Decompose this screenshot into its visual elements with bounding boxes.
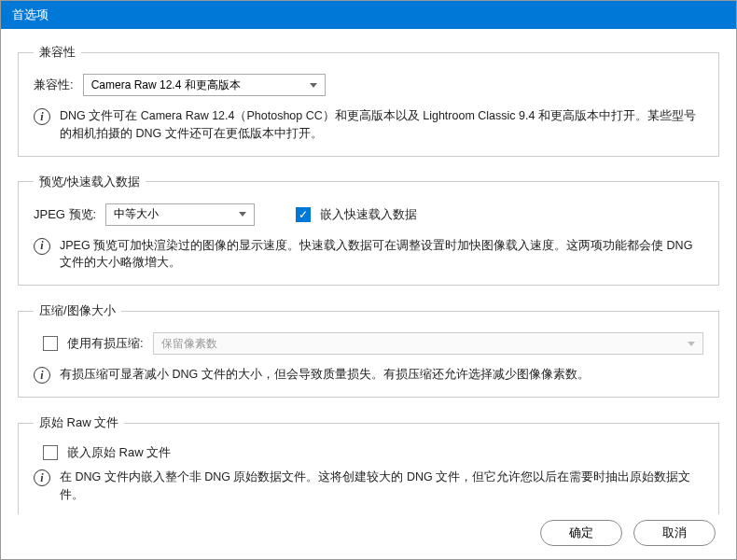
chevron-down-icon bbox=[310, 83, 317, 88]
dialog-buttons: 确定 取消 bbox=[1, 514, 736, 559]
embed-raw-checkbox[interactable] bbox=[43, 445, 58, 460]
compression-info: 有损压缩可显著减小 DNG 文件的大小，但会导致质量损失。有损压缩还允许选择减少… bbox=[60, 366, 590, 384]
compatibility-info: DNG 文件可在 Camera Raw 12.4（Photoshop CC）和更… bbox=[60, 107, 703, 143]
compatibility-select[interactable]: Camera Raw 12.4 和更高版本 bbox=[83, 74, 326, 96]
embed-fastload-checkbox[interactable]: ✓ bbox=[296, 207, 311, 222]
compression-legend: 压缩/图像大小 bbox=[34, 302, 121, 319]
embed-fastload-label: 嵌入快速载入数据 bbox=[320, 206, 417, 223]
info-icon: i bbox=[34, 469, 50, 486]
preview-info: JPEG 预览可加快渲染过的图像的显示速度。快速载入数据可在调整设置时加快图像载… bbox=[60, 237, 703, 273]
info-icon: i bbox=[34, 367, 50, 384]
check-icon: ✓ bbox=[299, 209, 308, 220]
ok-button[interactable]: 确定 bbox=[540, 520, 622, 546]
compatibility-legend: 兼容性 bbox=[34, 44, 81, 61]
compression-group: 压缩/图像大小 使用有损压缩: 保留像素数 i 有损压缩可显著减小 DNG 文件… bbox=[18, 302, 719, 398]
dialog-content: 兼容性 兼容性: Camera Raw 12.4 和更高版本 i DNG 文件可… bbox=[1, 29, 736, 514]
embed-raw-label: 嵌入原始 Raw 文件 bbox=[67, 444, 171, 461]
titlebar: 首选项 bbox=[1, 1, 736, 29]
pixel-count-value: 保留像素数 bbox=[161, 336, 217, 352]
cancel-button[interactable]: 取消 bbox=[633, 520, 716, 546]
jpeg-preview-select[interactable]: 中等大小 bbox=[105, 203, 255, 226]
info-icon: i bbox=[34, 238, 50, 255]
compatibility-label: 兼容性: bbox=[34, 77, 74, 93]
preview-group: 预览/快速载入数据 JPEG 预览: 中等大小 ✓ 嵌入快速载入数据 i JPE… bbox=[18, 174, 719, 287]
chevron-down-icon bbox=[239, 212, 246, 217]
compatibility-group: 兼容性 兼容性: Camera Raw 12.4 和更高版本 i DNG 文件可… bbox=[18, 44, 719, 157]
preferences-dialog: 首选项 兼容性 兼容性: Camera Raw 12.4 和更高版本 i DNG… bbox=[0, 0, 737, 560]
info-icon: i bbox=[34, 108, 50, 125]
pixel-count-select: 保留像素数 bbox=[153, 332, 703, 355]
lossy-compression-label: 使用有损压缩: bbox=[67, 335, 144, 352]
jpeg-preview-value: 中等大小 bbox=[114, 206, 159, 222]
lossy-compression-checkbox[interactable] bbox=[43, 336, 58, 351]
preview-legend: 预览/快速载入数据 bbox=[34, 174, 146, 190]
jpeg-preview-label: JPEG 预览: bbox=[34, 206, 96, 223]
raw-info: 在 DNG 文件内嵌入整个非 DNG 原始数据文件。这将创建较大的 DNG 文件… bbox=[60, 469, 703, 504]
chevron-down-icon bbox=[688, 342, 695, 346]
raw-legend: 原始 Raw 文件 bbox=[34, 414, 124, 431]
compatibility-value: Camera Raw 12.4 和更高版本 bbox=[91, 77, 241, 93]
raw-group: 原始 Raw 文件 嵌入原始 Raw 文件 i 在 DNG 文件内嵌入整个非 D… bbox=[18, 414, 719, 514]
window-title: 首选项 bbox=[12, 7, 49, 21]
